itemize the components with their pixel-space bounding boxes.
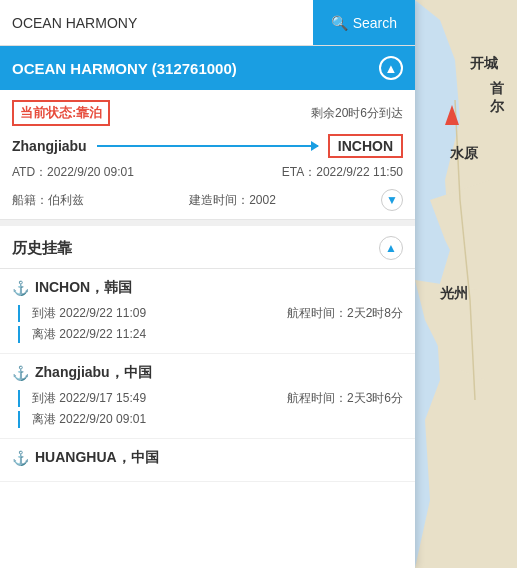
history-collapse-button[interactable]: ▲ — [379, 236, 403, 260]
details-expand-button[interactable]: ▼ — [381, 189, 403, 211]
port-name: Zhangjiabu，中国 — [35, 364, 152, 382]
port-name-row: ⚓ HUANGHUA，中国 — [12, 449, 403, 467]
info-section: 当前状态:靠泊 剩余20时6分到达 Zhangjiabu INCHON ATD：… — [0, 90, 415, 220]
map-label-seoul: 首尔 — [490, 80, 517, 116]
history-section: 历史挂靠 ▲ ⚓ INCHON，韩国 到港 2022/9/22 11:09 航程… — [0, 220, 415, 568]
status-row: 当前状态:靠泊 剩余20时6分到达 — [12, 100, 403, 126]
anchor-icon: ⚓ — [12, 280, 29, 296]
search-icon: 🔍 — [331, 15, 348, 31]
port-departure-label: 离港 2022/9/20 09:01 — [32, 411, 146, 428]
ship-header-expand-icon[interactable]: ▲ — [379, 56, 403, 80]
port-name-row: ⚓ INCHON，韩国 — [12, 279, 403, 297]
status-badge: 当前状态:靠泊 — [12, 100, 110, 126]
port-name: INCHON，韩国 — [35, 279, 132, 297]
search-button[interactable]: 🔍 Search — [313, 0, 415, 45]
port-entry: ⚓ Zhangjiabu，中国 到港 2022/9/17 15:49 航程时间：… — [0, 354, 415, 439]
map-label-gwangju: 光州 — [440, 285, 468, 303]
flag-label: 船籍：伯利兹 — [12, 192, 84, 209]
main-panel: OCEAN HARMONY 🔍 Search OCEAN HARMONY (31… — [0, 0, 415, 568]
search-button-label: Search — [353, 15, 397, 31]
route-origin: Zhangjiabu — [12, 138, 87, 154]
map-label-kaesong: 开城 — [470, 55, 498, 73]
remaining-time: 剩余20时6分到达 — [311, 105, 403, 122]
anchor-icon: ⚓ — [12, 450, 29, 466]
port-list: ⚓ INCHON，韩国 到港 2022/9/22 11:09 航程时间：2天2时… — [0, 269, 415, 482]
port-name-row: ⚓ Zhangjiabu，中国 — [12, 364, 403, 382]
port-entry: ⚓ HUANGHUA，中国 — [0, 439, 415, 482]
chevron-down-icon: ▼ — [386, 193, 398, 207]
route-row: Zhangjiabu INCHON — [12, 134, 403, 158]
history-header: 历史挂靠 ▲ — [0, 226, 415, 269]
port-duration: 航程时间：2天3时6分 — [287, 390, 403, 407]
ship-header-title: OCEAN HARMONY (312761000) — [12, 60, 237, 77]
anchor-icon: ⚓ — [12, 365, 29, 381]
search-input[interactable]: OCEAN HARMONY — [0, 0, 313, 45]
ship-header: OCEAN HARMONY (312761000) ▲ — [0, 46, 415, 90]
atd-label: ATD：2022/9/20 09:01 — [12, 164, 134, 181]
route-arrow — [97, 145, 318, 147]
port-arrival-label: 到港 2022/9/22 11:09 — [32, 305, 146, 322]
chevron-up-icon: ▲ — [385, 241, 397, 255]
search-bar: OCEAN HARMONY 🔍 Search — [0, 0, 415, 46]
port-name: HUANGHUA，中国 — [35, 449, 159, 467]
history-title: 历史挂靠 — [12, 239, 72, 258]
port-departure-row: 离港 2022/9/22 11:24 — [12, 326, 403, 343]
map-overlay: 开城 首尔 水原 光州 — [415, 0, 517, 568]
port-entry: ⚓ INCHON，韩国 到港 2022/9/22 11:09 航程时间：2天2时… — [0, 269, 415, 354]
details-row: 船籍：伯利兹 建造时间：2002 ▼ — [12, 189, 403, 211]
port-departure-row: 离港 2022/9/20 09:01 — [12, 411, 403, 428]
route-destination: INCHON — [328, 134, 403, 158]
port-arrival-row: 到港 2022/9/22 11:09 航程时间：2天2时8分 — [12, 305, 403, 322]
port-duration: 航程时间：2天2时8分 — [287, 305, 403, 322]
map-label-suwon: 水原 — [450, 145, 478, 163]
built-label: 建造时间：2002 — [189, 192, 276, 209]
port-arrival-row: 到港 2022/9/17 15:49 航程时间：2天3时6分 — [12, 390, 403, 407]
times-row: ATD：2022/9/20 09:01 ETA：2022/9/22 11:50 — [12, 164, 403, 181]
port-departure-label: 离港 2022/9/22 11:24 — [32, 326, 146, 343]
eta-label: ETA：2022/9/22 11:50 — [282, 164, 403, 181]
port-arrival-label: 到港 2022/9/17 15:49 — [32, 390, 146, 407]
circle-up-icon: ▲ — [385, 61, 398, 76]
